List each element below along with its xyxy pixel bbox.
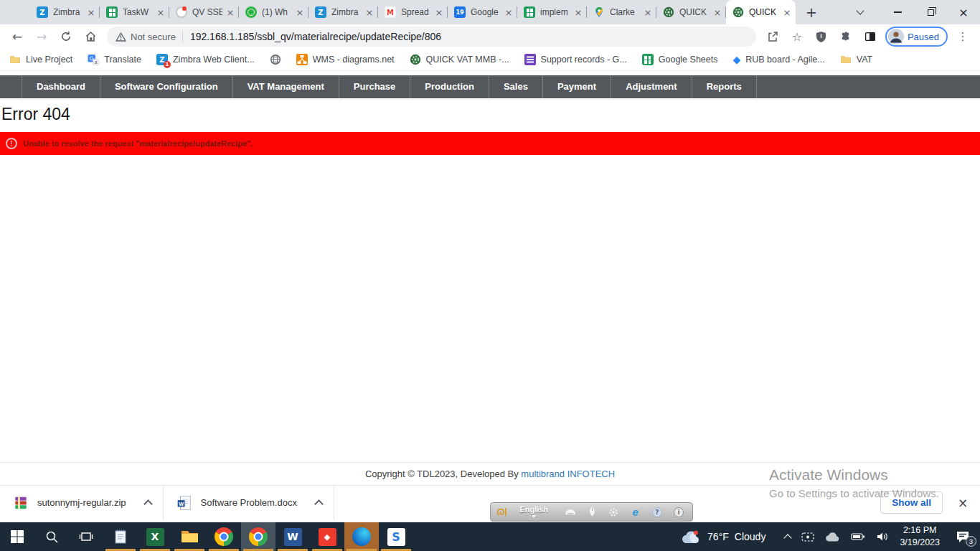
menu-kebab-button[interactable]: ⋮ <box>953 27 973 47</box>
nav-menu-item-purchase[interactable]: Purchase <box>339 75 411 98</box>
url-text[interactable]: 192.168.1.185/ssbl_qv/materialrecipe/upd… <box>190 31 748 42</box>
nav-menu-item-production[interactable]: Production <box>410 75 489 98</box>
about-button[interactable]: i <box>670 505 687 519</box>
extensions-button[interactable] <box>836 27 856 47</box>
taskbar-search-button[interactable] <box>34 522 69 551</box>
help-button[interactable]: ? <box>649 505 666 519</box>
battery-button[interactable] <box>851 532 865 541</box>
bookmark-item[interactable]: Google Sheets <box>642 54 718 65</box>
nav-menu-item-vat-management[interactable]: VAT Management <box>233 75 339 98</box>
new-tab-button[interactable]: + <box>801 2 821 22</box>
browser-tab[interactable]: QV SSB× <box>169 0 239 24</box>
home-button[interactable] <box>80 27 100 47</box>
downloads-bar-close-icon[interactable]: × <box>956 496 970 510</box>
chevron-up-icon[interactable] <box>314 499 324 509</box>
browser-tab[interactable]: MSpread× <box>378 0 448 24</box>
browser-tab[interactable]: TaskW× <box>100 0 169 24</box>
bookmark-item[interactable] <box>270 54 281 65</box>
bookmark-item[interactable]: Support records - G... <box>524 54 627 65</box>
window-minimize-button[interactable] <box>881 0 914 24</box>
nav-menu-item-dashboard[interactable]: Dashboard <box>22 75 100 98</box>
taskbar-clock[interactable]: 2:16 PM 3/19/2023 <box>900 524 940 549</box>
tab-close-icon[interactable]: × <box>155 6 166 18</box>
tab-close-icon[interactable]: × <box>712 6 723 18</box>
bookmark-item[interactable]: GaTranslate <box>88 54 141 65</box>
tab-close-icon[interactable]: × <box>781 6 793 18</box>
nav-menu-item-adjustment[interactable]: Adjustment <box>611 75 692 98</box>
security-label[interactable]: Not secure <box>131 32 176 42</box>
developer-link[interactable]: multibrand INFOTECH <box>521 468 615 479</box>
tab-close-icon[interactable]: × <box>85 6 97 18</box>
taskbar-s-app-button[interactable]: S <box>379 522 413 551</box>
browser-tab[interactable]: (1) Wh× <box>239 0 308 24</box>
browser-tab[interactable]: 19Google× <box>448 0 517 24</box>
taskbar-word-button[interactable]: W <box>275 522 310 551</box>
browser-tab[interactable]: QUICK× <box>656 0 726 24</box>
back-button[interactable]: ← <box>7 27 27 47</box>
taskbar-chrome-active-button[interactable] <box>241 522 275 551</box>
google-calendar-icon: 19 <box>454 6 466 18</box>
browser-tab-active[interactable]: QUICK× <box>726 0 796 24</box>
language-selector[interactable]: English <box>519 506 548 518</box>
forward-button[interactable]: → <box>32 27 52 47</box>
taskbar-excel-button[interactable]: X <box>138 522 172 551</box>
weather-widget[interactable]: 76°F Cloudy <box>673 530 774 544</box>
share-button[interactable] <box>763 27 783 47</box>
google-sheets-icon <box>524 6 535 18</box>
nav-menu-item-payment[interactable]: Payment <box>543 75 611 98</box>
gmail-icon: M <box>385 6 396 18</box>
browser-tab[interactable]: implem× <box>517 0 587 24</box>
tray-overflow-button[interactable] <box>785 533 791 541</box>
nav-menu-item-reports[interactable]: Reports <box>692 75 757 98</box>
bookmark-item[interactable]: ◆RUB board - Agile... <box>732 54 824 65</box>
bookmark-item[interactable]: Live Project <box>9 54 72 65</box>
tab-close-icon[interactable]: × <box>294 6 306 18</box>
nav-menu-item-software-configuration[interactable]: Software Configuration <box>100 75 233 98</box>
download-item[interactable]: sutonnymj-regular.zip <box>0 486 163 520</box>
puzzle-icon <box>840 31 852 42</box>
password-manager-extension-button[interactable] <box>811 27 831 47</box>
tab-search-button[interactable] <box>844 0 877 24</box>
taskbar-file-explorer-button[interactable] <box>172 522 207 551</box>
browser-tab[interactable]: Clarke× <box>587 0 656 24</box>
taskbar-notepad-button[interactable] <box>103 522 138 551</box>
browser-helper-button[interactable]: e <box>627 505 644 519</box>
tab-close-icon[interactable]: × <box>573 6 584 18</box>
address-bar[interactable]: Not secure 192.168.1.185/ssbl_qv/materia… <box>107 27 756 47</box>
profile-button[interactable]: Paused <box>885 27 948 47</box>
taskbar-anydesk-button[interactable]: ◆ <box>310 522 344 551</box>
tab-close-icon[interactable]: × <box>642 6 654 18</box>
volume-button[interactable] <box>876 532 889 542</box>
browser-tab[interactable]: ZZimbra× <box>308 0 378 24</box>
tab-close-icon[interactable]: × <box>433 6 445 18</box>
settings-button[interactable] <box>605 505 622 519</box>
tab-close-icon[interactable]: × <box>225 6 236 18</box>
show-all-downloads-button[interactable]: Show all <box>880 491 943 514</box>
reload-button[interactable] <box>56 27 76 47</box>
download-item[interactable]: WSoftware Problem.docx <box>164 486 334 520</box>
tab-close-icon[interactable]: × <box>364 6 375 18</box>
speaker-icon <box>876 532 889 542</box>
mouse-input-button[interactable] <box>583 505 600 519</box>
onedrive-button[interactable] <box>825 532 840 542</box>
taskbar-chrome-button[interactable] <box>207 522 241 551</box>
bookmark-item[interactable]: WMS - diagrams.net <box>296 54 395 65</box>
connect-device-button[interactable] <box>801 532 814 542</box>
window-restore-button[interactable] <box>914 0 947 24</box>
taskbar-edge-button[interactable] <box>344 522 379 551</box>
bookmarks-bar: Live ProjectGaTranslateZ1Zimbra Web Clie… <box>0 49 980 71</box>
action-center-button[interactable]: 3 <box>946 522 980 551</box>
nav-menu-item-sales[interactable]: Sales <box>489 75 543 98</box>
tab-close-icon[interactable]: × <box>503 6 514 18</box>
bookmark-star-button[interactable]: ☆ <box>787 27 807 47</box>
taskbar-start-button[interactable] <box>0 522 34 551</box>
bookmark-item[interactable]: VAT <box>840 54 872 65</box>
bookmark-item[interactable]: Z1Zimbra Web Client... <box>156 54 255 65</box>
side-panel-button[interactable] <box>860 27 880 47</box>
taskbar-task-view-button[interactable] <box>69 522 103 551</box>
window-close-button[interactable]: × <box>947 0 980 24</box>
bookmark-item[interactable]: QUICK VAT MMB -... <box>410 54 509 65</box>
keyboard-layout-button[interactable] <box>562 505 579 519</box>
browser-tab[interactable]: ZZimbra× <box>30 0 100 24</box>
chevron-up-icon[interactable] <box>143 499 153 509</box>
